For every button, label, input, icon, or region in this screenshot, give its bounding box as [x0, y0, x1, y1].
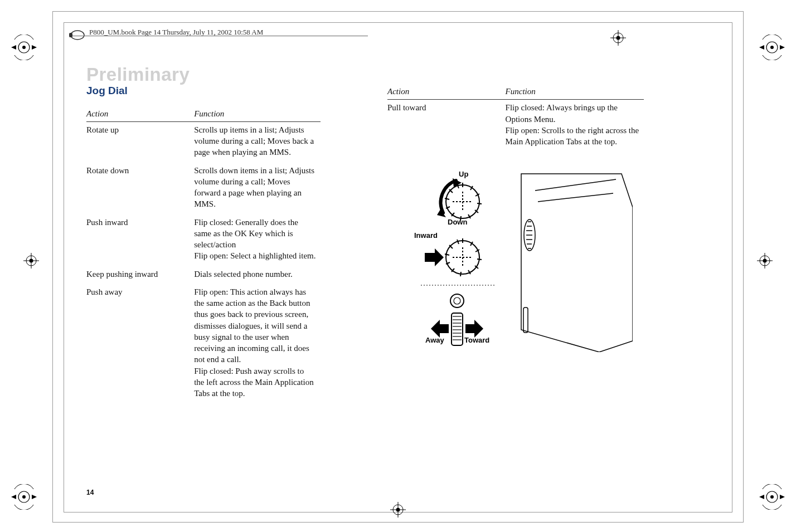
crosshair-icon [757, 253, 773, 269]
svg-point-64 [450, 294, 464, 308]
cell-function: Flip open: This action always has the sa… [194, 284, 321, 404]
col-header-function: Function [506, 84, 644, 100]
table-row: Push inward Flip closed: Generally does … [86, 214, 321, 266]
svg-line-51 [477, 259, 482, 260]
diagram-label-down: Down [448, 217, 467, 227]
svg-point-65 [454, 297, 460, 304]
left-column: Jog Dial Action Function Rotate up Scrol… [86, 84, 321, 403]
jog-dial-table-cont: Action Function Pull toward Flip closed:… [387, 84, 644, 152]
col-header-action: Action [387, 84, 506, 100]
cell-action: Keep pushing inward [86, 266, 194, 284]
section-title: Jog Dial [86, 84, 321, 98]
page-number: 14 [86, 489, 94, 496]
svg-line-40 [445, 198, 449, 199]
diagram-label-inward: Inward [414, 231, 438, 241]
binder-ring-icon [69, 27, 86, 43]
cell-function: Scrolls up items in a list; Adjusts volu… [194, 121, 321, 162]
svg-point-3 [770, 46, 774, 49]
svg-line-57 [445, 254, 449, 255]
svg-point-1 [22, 46, 26, 49]
crosshair-icon [23, 253, 39, 269]
svg-line-54 [460, 272, 461, 276]
svg-point-24 [71, 31, 84, 40]
cell-action: Pull toward [387, 100, 506, 152]
svg-rect-25 [69, 33, 72, 37]
diagram-label-up: Up [459, 169, 468, 179]
right-column: Action Function Pull toward Flip closed:… [387, 84, 644, 403]
table-row: Rotate up Scrolls up items in a list; Ad… [86, 121, 321, 162]
crosshair-icon [610, 30, 626, 46]
table-row: Keep pushing inward Dials selected phone… [86, 266, 321, 284]
col-header-action: Action [86, 106, 194, 122]
cell-function: Flip closed: Always brings up the Option… [506, 100, 644, 152]
crosshair-icon [390, 502, 406, 518]
registration-mark-icon [11, 484, 37, 510]
cell-action: Push inward [86, 214, 194, 266]
table-row: Push away Flip open: This action always … [86, 284, 321, 404]
table-row: Pull toward Flip closed: Always brings u… [387, 100, 644, 152]
svg-point-7 [770, 495, 774, 499]
header-text: P800_UM.book Page 14 Thursday, July 11, … [89, 28, 263, 37]
jog-dial-table: Action Function Rotate up Scrolls up ite… [86, 106, 321, 404]
svg-marker-62 [425, 248, 444, 266]
cell-function: Dials selected phone number. [194, 266, 321, 284]
cell-action: Rotate down [86, 163, 194, 214]
cell-action: Rotate up [86, 121, 194, 162]
cell-action: Push away [86, 284, 194, 404]
registration-mark-icon [759, 35, 785, 60]
registration-mark-icon [759, 484, 785, 510]
watermark: Preliminary [86, 64, 190, 85]
svg-rect-66 [452, 313, 463, 345]
diagram-label-toward: Toward [464, 335, 489, 345]
jog-dial-diagram: Up Down Inward Away Toward [387, 168, 633, 352]
col-header-function: Function [194, 106, 321, 122]
cell-function: Flip closed: Generally does the same as … [194, 214, 321, 266]
svg-point-5 [22, 495, 26, 499]
cell-function: Scrolls down items in a list; Adjusts vo… [194, 163, 321, 214]
svg-line-59 [457, 240, 459, 244]
diagram-label-away: Away [425, 335, 444, 345]
registration-mark-icon [11, 35, 37, 60]
table-row: Rotate down Scrolls down items in a list… [86, 163, 321, 214]
svg-line-34 [477, 203, 482, 204]
